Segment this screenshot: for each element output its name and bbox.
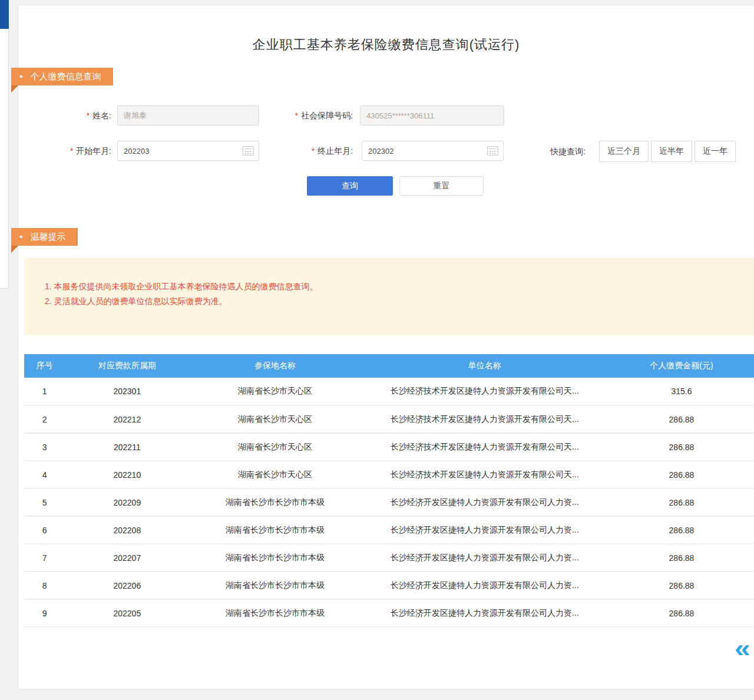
table-body: 1202301湖南省长沙市天心区长沙经济技术开发区捷特人力资源开发有限公司天..…: [24, 378, 754, 627]
ssn-label: *社会保障号码:: [266, 105, 353, 126]
table-cell: 202211: [65, 433, 189, 461]
table-cell: 202208: [65, 516, 189, 544]
table-row: 4202210湖南省长沙市天心区长沙经济技术开发区捷特人力资源开发有限公司天..…: [24, 461, 754, 488]
main-panel: 企业职工基本养老保险缴费信息查询(试运行) • 个人缴费信息查询 *姓名: *社…: [18, 5, 754, 689]
table-cell: 长沙经济开发区捷特人力资源开发有限公司人力资...: [361, 599, 609, 627]
bullet-icon: •: [19, 228, 23, 246]
ssn-field: [360, 105, 504, 126]
table-cell: 202207: [65, 544, 189, 572]
query-button[interactable]: 查询: [307, 176, 393, 196]
quick-query-group: 近三个月 近半年 近一年: [599, 141, 736, 162]
calendar-icon[interactable]: [243, 146, 254, 156]
table-cell: 5: [24, 488, 65, 516]
table-row: 1202301湖南省长沙市天心区长沙经济技术开发区捷特人力资源开发有限公司天..…: [24, 378, 754, 405]
table-cell: 6: [24, 516, 65, 544]
table-cell: 286.88: [609, 599, 754, 627]
section-title: 个人缴费信息查询: [31, 68, 101, 85]
end-month-input[interactable]: [362, 141, 504, 161]
table-cell: 286.88: [609, 488, 754, 516]
table-header-cell: 参保地名称: [189, 354, 361, 378]
table-cell: 湖南省长沙市长沙市市本级: [189, 516, 361, 544]
end-month-field-wrap: [362, 141, 504, 161]
calendar-icon[interactable]: [487, 146, 498, 156]
table-cell: 3: [24, 433, 65, 461]
table-cell: 202212: [65, 405, 189, 433]
table-cell: 202205: [65, 599, 189, 627]
required-asterisk: *: [312, 146, 315, 156]
table-cell: 315.6: [609, 378, 754, 405]
table-cell: 286.88: [609, 572, 754, 599]
table-cell: 湖南省长沙市天心区: [189, 378, 361, 405]
table-cell: 9: [24, 599, 65, 627]
bullet-icon: •: [19, 68, 23, 85]
required-asterisk: *: [87, 111, 90, 120]
table-cell: 湖南省长沙市天心区: [189, 405, 361, 433]
table-cell: 长沙经济开发区捷特人力资源开发有限公司人力资...: [361, 488, 609, 516]
required-asterisk: *: [295, 111, 298, 120]
table-cell: 长沙经济开发区捷特人力资源开发有限公司人力资...: [361, 572, 609, 599]
end-month-label: *终止年月:: [266, 141, 353, 161]
table-cell: 长沙经济技术开发区捷特人力资源开发有限公司天...: [361, 461, 609, 488]
table-cell: 202209: [65, 488, 189, 516]
table-cell: 湖南省长沙市天心区: [189, 461, 361, 488]
table-cell: 湖南省长沙市长沙市市本级: [189, 544, 361, 572]
table-header-cell: 个人缴费金额(元): [609, 354, 754, 378]
name-field: [117, 105, 259, 126]
section-title: 温馨提示: [31, 228, 66, 246]
table-header-cell: 对应费款所属期: [65, 354, 189, 378]
name-label: *姓名:: [42, 105, 111, 126]
table-cell: 286.88: [609, 544, 754, 572]
tip-line-1: 1. 本服务仅提供尚未领取企业职工基本养老保险待遇人员的缴费信息查询。: [45, 279, 743, 294]
table-header-row: 序号对应费款所属期参保地名称单位名称个人缴费金额(元): [24, 354, 754, 378]
payment-table: 序号对应费款所属期参保地名称单位名称个人缴费金额(元) 1202301湖南省长沙…: [24, 354, 754, 628]
collapsed-sidebar-edge: [0, 0, 9, 289]
quick-option-last-3-months[interactable]: 近三个月: [599, 141, 649, 162]
page-title: 企业职工基本养老保险缴费信息查询(试运行): [18, 36, 754, 54]
table-cell: 4: [24, 461, 65, 488]
table-row: 7202207湖南省长沙市长沙市市本级长沙经济开发区捷特人力资源开发有限公司人力…: [24, 544, 754, 572]
tip-line-2: 2. 灵活就业人员的缴费单位信息以实际缴费为准。: [45, 294, 743, 309]
table-cell: 2: [24, 405, 65, 433]
table-cell: 长沙经济开发区捷特人力资源开发有限公司人力资...: [361, 516, 609, 544]
table-cell: 湖南省长沙市长沙市市本级: [189, 599, 361, 627]
table-header-cell: 序号: [24, 354, 65, 378]
required-asterisk: *: [70, 146, 73, 156]
start-month-label: *开始年月:: [42, 141, 111, 161]
table-row: 3202211湖南省长沙市天心区长沙经济技术开发区捷特人力资源开发有限公司天..…: [24, 433, 754, 461]
start-month-field-wrap: [117, 141, 259, 161]
quick-option-last-half-year[interactable]: 近半年: [651, 141, 692, 162]
table-cell: 长沙经济开发区捷特人力资源开发有限公司人力资...: [361, 544, 609, 572]
ribbon-fold-decoration: [11, 85, 18, 93]
table-cell: 286.88: [609, 405, 754, 433]
table-cell: 202206: [65, 572, 189, 599]
table-cell: 1: [24, 378, 65, 405]
table-row: 6202208湖南省长沙市长沙市市本级长沙经济开发区捷特人力资源开发有限公司人力…: [24, 516, 754, 544]
quick-query-label: 快捷查询:: [550, 141, 586, 162]
table-row: 5202209湖南省长沙市长沙市市本级长沙经济开发区捷特人力资源开发有限公司人力…: [24, 488, 754, 516]
table-cell: 8: [24, 572, 65, 599]
start-month-input[interactable]: [117, 141, 259, 161]
section-header-personal-query: • 个人缴费信息查询: [11, 68, 113, 85]
table-cell: 湖南省长沙市长沙市市本级: [189, 488, 361, 516]
table-cell: 202301: [65, 378, 189, 405]
table-row: 8202206湖南省长沙市长沙市市本级长沙经济开发区捷特人力资源开发有限公司人力…: [24, 572, 754, 599]
table-cell: 7: [24, 544, 65, 572]
tips-box: 1. 本服务仅提供尚未领取企业职工基本养老保险待遇人员的缴费信息查询。 2. 灵…: [24, 258, 754, 335]
table-cell: 湖南省长沙市天心区: [189, 433, 361, 461]
table-cell: 202210: [65, 461, 189, 488]
section-header-tips: • 温馨提示: [11, 228, 78, 246]
table-cell: 长沙经济技术开发区捷特人力资源开发有限公司天...: [361, 433, 609, 461]
table-cell: 湖南省长沙市长沙市市本级: [189, 572, 361, 599]
ribbon-fold-decoration: [11, 246, 18, 253]
table-row: 2202212湖南省长沙市天心区长沙经济技术开发区捷特人力资源开发有限公司天..…: [24, 405, 754, 433]
table-cell: 286.88: [609, 461, 754, 488]
table-row: 9202205湖南省长沙市长沙市市本级长沙经济开发区捷特人力资源开发有限公司人力…: [24, 599, 754, 627]
table-cell: 286.88: [609, 433, 754, 461]
table-cell: 长沙经济技术开发区捷特人力资源开发有限公司天...: [361, 405, 609, 433]
quick-option-last-year[interactable]: 近一年: [695, 141, 736, 162]
reset-button[interactable]: 重置: [399, 176, 484, 196]
table-header-cell: 单位名称: [361, 354, 609, 378]
table-cell: 286.88: [609, 516, 754, 544]
sidebar-active-marker: [0, 0, 9, 29]
collapse-chevron-icon[interactable]: «: [735, 636, 750, 661]
